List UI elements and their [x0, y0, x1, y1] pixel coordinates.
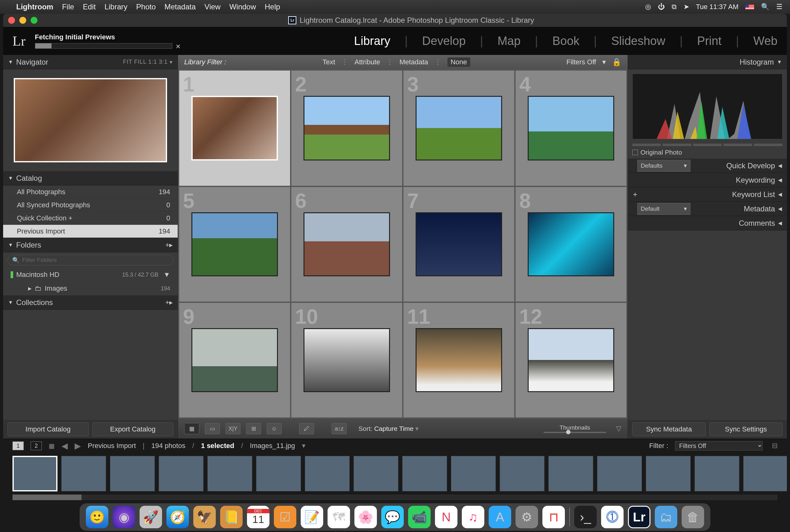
filmstrip-thumb[interactable]	[402, 456, 447, 491]
module-map[interactable]: Map	[497, 34, 521, 48]
module-slideshow[interactable]: Slideshow	[611, 34, 665, 48]
dock-facetime-icon[interactable]: 📹	[408, 506, 431, 528]
filmstrip-thumb[interactable]	[743, 456, 787, 491]
filmstrip-thumb[interactable]	[207, 456, 252, 491]
clock[interactable]: Tue 11:37 AM	[696, 3, 738, 11]
grid-cell-12[interactable]: 12	[515, 303, 626, 417]
dock-launchpad-icon[interactable]: 🚀	[139, 506, 162, 528]
filmstrip-scrollbar[interactable]	[13, 495, 777, 500]
original-photo-checkbox[interactable]	[632, 150, 638, 155]
grid-cell-7[interactable]: 7	[403, 187, 514, 302]
filmstrip-thumb[interactable]	[256, 456, 301, 491]
filter-switch-icon[interactable]: ⊟	[772, 442, 777, 450]
dock-settings-icon[interactable]: ⚙	[515, 506, 538, 528]
dock-maps-icon[interactable]: 🗺	[327, 506, 350, 528]
grid-cell-6[interactable]: 6	[291, 187, 402, 302]
catalog-row-quick[interactable]: Quick Collection +0	[3, 212, 178, 225]
filmstrip-thumb[interactable]	[451, 456, 496, 491]
module-library[interactable]: Library	[354, 34, 390, 48]
menu-metadata[interactable]: Metadata	[165, 2, 196, 11]
add-folder-icon[interactable]: +▸	[165, 241, 173, 249]
close-icon[interactable]	[8, 17, 15, 24]
displays-icon[interactable]: ⧉	[672, 3, 677, 11]
folders-header[interactable]: ▼ Folders +▸	[3, 238, 178, 252]
menu-library[interactable]: Library	[105, 2, 127, 11]
grid-cell-11[interactable]: 11	[403, 303, 514, 417]
module-book[interactable]: Book	[552, 34, 580, 48]
filmstrip-thumb[interactable]	[61, 456, 106, 491]
folder-filter-input[interactable]: 🔍 Filter Folders	[7, 255, 173, 265]
navigator-preview[interactable]	[14, 78, 167, 162]
filter-none[interactable]: None	[448, 57, 470, 67]
module-develop[interactable]: Develop	[422, 34, 466, 48]
metadata-header[interactable]: Default▾ Metadata ◀	[628, 202, 787, 216]
filmstrip-thumbs[interactable]	[3, 453, 787, 495]
view-grid-icon[interactable]: ▦	[184, 423, 199, 434]
view-compare-icon[interactable]: X|Y	[225, 423, 241, 434]
dock-photos-icon[interactable]: 🌸	[354, 506, 377, 528]
dock-1password-icon[interactable]: ⓵	[601, 506, 624, 528]
grid-cell-5[interactable]: 5	[179, 187, 290, 302]
filter-metadata[interactable]: Metadata	[399, 58, 428, 66]
dock-finder-icon[interactable]: 🙂	[86, 506, 108, 528]
catalog-row-all[interactable]: All Photographs194	[3, 186, 178, 198]
view-survey-icon[interactable]: ⊞	[246, 423, 261, 434]
keyword-list-header[interactable]: + Keyword List ◀	[628, 187, 787, 202]
menu-photo[interactable]: Photo	[136, 2, 156, 11]
sort-value[interactable]: Capture Time	[374, 425, 413, 432]
dock-trash-icon[interactable]: 🗑	[682, 506, 704, 528]
menu-edit[interactable]: Edit	[83, 2, 96, 11]
filmstrip-thumb[interactable]	[354, 456, 398, 491]
filters-off-toggle[interactable]: Filters Off	[566, 58, 596, 66]
minimize-icon[interactable]	[19, 17, 26, 24]
dock-reminders-icon[interactable]: ☑	[274, 506, 296, 528]
dock-music-icon[interactable]: ♫	[462, 506, 484, 528]
grid-cell-2[interactable]: 2	[291, 71, 402, 186]
navigator-header[interactable]: ▼ Navigator FIT FILL 1:1 3:1 ▾	[3, 55, 178, 69]
chevron-down-small-icon[interactable]: ▾	[170, 59, 173, 65]
navigator-zoom-options[interactable]: FIT FILL 1:1 3:1	[123, 59, 168, 65]
dock-magnet-icon[interactable]: ⊓	[542, 506, 565, 528]
comments-header[interactable]: Comments ◀	[628, 216, 787, 230]
cc-icon[interactable]: ◎	[645, 3, 651, 11]
filmstrip-thumb[interactable]	[548, 456, 593, 491]
toolbar-menu-icon[interactable]: ▽	[616, 424, 621, 433]
menu-help[interactable]: Help	[265, 2, 280, 11]
dock-appstore-icon[interactable]: A	[489, 506, 511, 528]
catalog-row-synced[interactable]: All Synced Photographs0	[3, 198, 178, 212]
collections-header[interactable]: ▼ Collections +▸	[3, 295, 178, 310]
nav-back-icon[interactable]: ◀	[61, 441, 68, 451]
dock-messages-icon[interactable]: 💬	[381, 506, 404, 528]
cancel-progress-icon[interactable]: ✕	[175, 43, 181, 50]
input-flag-icon[interactable]	[745, 4, 754, 10]
dock-siri-icon[interactable]: ◉	[113, 506, 135, 528]
quick-develop-preset-select[interactable]: Defaults▾	[637, 160, 690, 172]
lock-icon[interactable]: 🔒	[612, 58, 621, 66]
histogram-chart[interactable]	[632, 74, 783, 139]
export-catalog-button[interactable]: Export Catalog	[92, 422, 174, 436]
spotlight-icon[interactable]: 🔍	[761, 3, 769, 11]
filmstrip-thumb[interactable]	[110, 456, 155, 491]
dock-lightroom-icon[interactable]: Lr	[628, 506, 651, 528]
keywording-header[interactable]: Keywording ◀	[628, 173, 787, 187]
sync-metadata-button[interactable]: Sync Metadata	[632, 422, 706, 436]
add-collection-icon[interactable]: +▸	[165, 299, 173, 307]
quick-develop-header[interactable]: Defaults▾ Quick Develop ◀	[628, 158, 787, 173]
view-loupe-icon[interactable]: ▭	[205, 423, 220, 434]
dock-contacts-icon[interactable]: 📒	[220, 506, 243, 528]
chevron-down-icon[interactable]: ▾	[302, 442, 305, 450]
module-print[interactable]: Print	[697, 34, 721, 48]
sort-direction-icon[interactable]: a↕z	[332, 423, 346, 434]
grid-cell-10[interactable]: 10	[291, 303, 402, 417]
catalog-header[interactable]: ▼ Catalog	[3, 171, 178, 186]
filmstrip-thumb[interactable]	[158, 456, 204, 491]
filter-text[interactable]: Text	[323, 58, 335, 66]
grid-cell-1[interactable]: 1	[179, 71, 290, 186]
dock-news-icon[interactable]: N	[435, 506, 457, 528]
power-icon[interactable]: ⏻	[658, 3, 665, 11]
folder-images[interactable]: ▸ 🗀 Images 194	[3, 282, 178, 295]
grid-cell-9[interactable]: 9	[179, 303, 290, 417]
grid-small-icon[interactable]: ▦	[49, 442, 55, 450]
disk-row[interactable]: Macintosh HD 15.3 / 42.7 GB ▼	[3, 268, 178, 282]
fullscreen-icon[interactable]	[31, 17, 37, 24]
